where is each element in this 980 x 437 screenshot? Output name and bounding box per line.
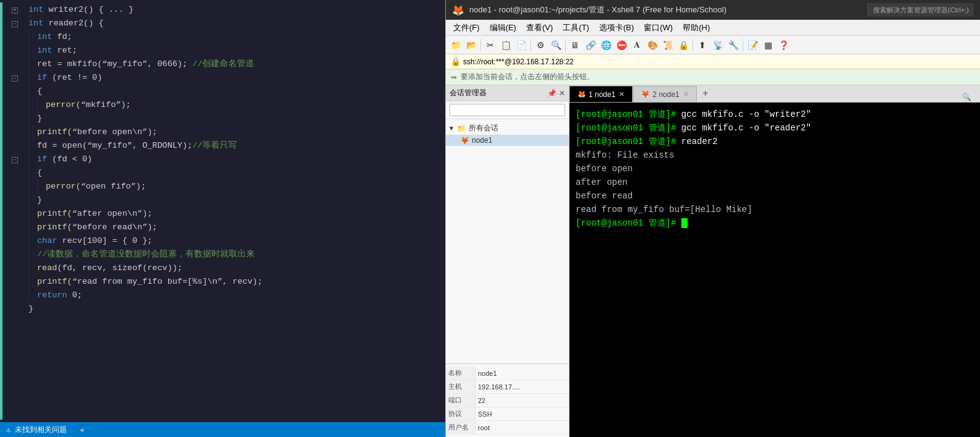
fold-indicator-22	[2, 303, 27, 316]
tb-sep3	[565, 39, 566, 51]
menu-tabs[interactable]: 选项卡(B)	[594, 21, 639, 35]
fold-gutter: +---	[2, 2, 27, 420]
scroll-indicator: ◀	[79, 426, 83, 434]
code-line-18: //读数据，命名管道没数据时会阻塞，有数据时就取出来	[27, 247, 445, 261]
code-line-21: return 0;	[27, 288, 445, 302]
lock-icon: 🔒	[451, 57, 461, 66]
tb-stop[interactable]: ⛔	[614, 38, 629, 53]
tb-globe[interactable]: 🌐	[599, 38, 613, 53]
info-value-name: node1	[475, 370, 500, 377]
terminal-tabs: 🦊 1 node1 ✕ 🦊 2 node1 ✕ +	[569, 85, 980, 103]
tb-newfolder[interactable]: 📁	[448, 38, 463, 53]
tb-sep1	[480, 39, 481, 51]
tb-terminal[interactable]: 🖥	[568, 38, 582, 53]
tb-tunnel[interactable]: 🔧	[726, 38, 741, 53]
term-line-4: mkfifo: File exists	[576, 148, 974, 162]
group-label: 所有会话	[469, 123, 498, 134]
session-group-header[interactable]: ▼ 📁 所有会话	[446, 122, 569, 135]
code-line-16: printf(“before read\n”);	[27, 220, 445, 234]
fold-indicator-21	[2, 289, 27, 303]
terminal[interactable]: [root@jason01 管道]# gcc mkfifo.c -o "writ…	[569, 103, 980, 437]
term-out-8: read from my_fifo buf=[Hello Mike]	[576, 205, 752, 214]
code-line-7: perror(“mkfifo”);	[27, 98, 445, 111]
tb-layout[interactable]: ▦	[761, 38, 775, 53]
info-value-protocol: SSH	[475, 410, 495, 418]
code-line-6: {	[27, 84, 445, 98]
menu-window[interactable]: 窗口(W)	[639, 21, 678, 35]
code-line-20: printf(“read from my_fifo buf=[%s]\n”, r…	[27, 274, 445, 288]
fold-indicator-16	[2, 221, 27, 235]
code-line-10: fd = open(“my_fifo”, O_RDONLY);//等着只写	[27, 138, 445, 152]
tab-add-button[interactable]: +	[697, 86, 714, 102]
code-line-2: int fd;	[27, 30, 445, 43]
tb-open[interactable]: 📂	[464, 38, 479, 53]
info-value-port: 22	[475, 397, 488, 404]
term-line-5: before open	[576, 162, 974, 176]
search-icon: 🔍	[962, 93, 971, 102]
fold-indicator-19	[2, 262, 27, 276]
menu-help[interactable]: 帮助(H)	[678, 21, 715, 35]
tab2-close[interactable]: ✕	[683, 90, 689, 98]
fold-indicator-0[interactable]: +	[2, 4, 27, 17]
fold-indicator-11[interactable]: -	[2, 153, 27, 167]
search-bar-top[interactable]: 搜索解决方案资源管理器(Ctrl+;)	[867, 3, 974, 17]
tb-lock[interactable]: 🔒	[676, 38, 691, 53]
info-row-host: 主机 192.168.17....	[446, 380, 569, 394]
fold-indicator-5[interactable]: -	[2, 72, 27, 85]
toolbar: 📁 📂 ✂ 📋 📄 ⚙ 🔍 🖥 🔗 🌐 ⛔ 𝐀 🎨 📜 🔒 ⬆ 📡 🔧 📝 ▦ …	[446, 36, 980, 54]
tab1-close[interactable]: ✕	[619, 90, 624, 98]
tb-sftp[interactable]: ⬆	[695, 38, 710, 53]
info-row-protocol: 协议 SSH	[446, 407, 569, 421]
term-cmd-2: gcc mkfifo.c -o "reader2"	[681, 123, 811, 133]
tb-copy[interactable]: 📋	[498, 38, 513, 53]
pin-icon[interactable]: 📌	[547, 89, 556, 98]
code-editor: +--- int writer2() { ... }int reader2() …	[0, 0, 445, 437]
menu-file[interactable]: 文件(F)	[448, 21, 485, 35]
info-text: 要添加当前会话，点击左侧的箭头按钮。	[461, 72, 594, 82]
session-group-all: ▼ 📁 所有会话 🦊 node1	[446, 122, 569, 146]
xshell-panel: 🦊 node1 - root@jason01:~/projects/管道 - X…	[445, 0, 980, 437]
fold-indicator-18	[2, 248, 27, 262]
tb-properties[interactable]: ⚙	[533, 38, 548, 53]
tb-sep4	[692, 39, 693, 51]
term-out-7: before read	[576, 191, 633, 201]
term-line-7: before read	[576, 189, 974, 203]
term-out-4: mkfifo: File exists	[576, 150, 675, 160]
tab-node1-2[interactable]: 🦊 2 node1 ✕	[633, 86, 696, 102]
term-prompt-3: [root@jason01 管道]#	[576, 136, 681, 147]
tb-font[interactable]: 𝐀	[629, 38, 644, 53]
fold-indicator-8	[2, 112, 27, 126]
tb-compose[interactable]: 📝	[745, 38, 760, 53]
fold-indicator-9	[2, 126, 27, 140]
group-arrow-icon: ▼	[448, 125, 454, 132]
tb-cut[interactable]: ✂	[483, 38, 498, 53]
fold-indicator-4	[2, 58, 27, 72]
xshell-titlebar: 🦊 node1 - root@jason01:~/projects/管道 - X…	[446, 0, 980, 20]
code-line-4: ret = mkfifo(“my_fifo”, 0666); //创建命名管道	[27, 57, 445, 70]
tb-connect[interactable]: 🔗	[583, 38, 598, 53]
session-item-node1[interactable]: 🦊 node1	[446, 135, 569, 146]
tab-node1-1[interactable]: 🦊 1 node1 ✕	[569, 86, 633, 102]
fold-indicator-1[interactable]: -	[2, 17, 27, 31]
session-tree: ▼ 📁 所有会话 🦊 node1	[446, 119, 569, 363]
main-content: 会话管理器 📌 ✕ 🔍 ▼ 📁 所有会话 🦊	[446, 85, 980, 437]
menu-tools[interactable]: 工具(T)	[558, 21, 594, 35]
session-manager: 会话管理器 📌 ✕ 🔍 ▼ 📁 所有会话 🦊	[446, 85, 569, 437]
fold-indicator-6	[2, 85, 27, 99]
code-line-9: printf(“before open\n”);	[27, 125, 445, 138]
tb-search[interactable]: 🔍	[548, 38, 563, 53]
session-search-input[interactable]	[450, 104, 565, 116]
code-line-13: perror(“open fifo”);	[27, 179, 445, 193]
fold-indicator-10	[2, 140, 27, 153]
tb-paste[interactable]: 📄	[514, 38, 529, 53]
tb-help[interactable]: ❓	[776, 38, 791, 53]
menu-edit[interactable]: 编辑(E)	[485, 21, 521, 35]
tb-serial[interactable]: 📡	[710, 38, 725, 53]
info-arrow-icon: ➡	[451, 73, 457, 82]
tab2-icon: 🦊	[641, 90, 650, 98]
tb-script[interactable]: 📜	[660, 38, 675, 53]
close-session-icon[interactable]: ✕	[559, 89, 565, 98]
menu-view[interactable]: 查看(V)	[521, 21, 558, 35]
term-cursor	[681, 218, 688, 228]
tb-color[interactable]: 🎨	[645, 38, 660, 53]
